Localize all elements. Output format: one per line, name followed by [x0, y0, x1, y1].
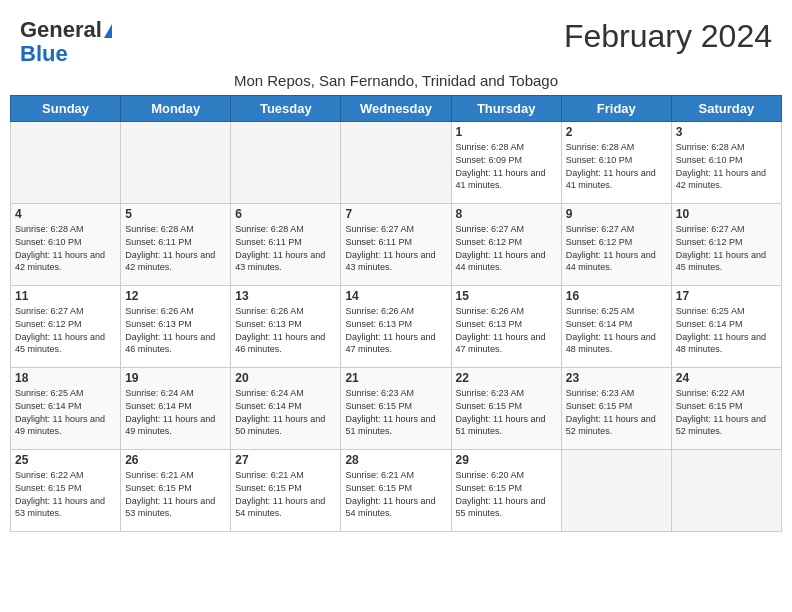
day-number: 20	[235, 371, 336, 385]
day-info: Sunrise: 6:20 AM Sunset: 6:15 PM Dayligh…	[456, 469, 557, 519]
day-number: 29	[456, 453, 557, 467]
day-info: Sunrise: 6:22 AM Sunset: 6:15 PM Dayligh…	[15, 469, 116, 519]
logo-icon	[104, 24, 112, 38]
day-cell: 3Sunrise: 6:28 AM Sunset: 6:10 PM Daylig…	[671, 122, 781, 204]
day-cell: 4Sunrise: 6:28 AM Sunset: 6:10 PM Daylig…	[11, 204, 121, 286]
week-row-4: 18Sunrise: 6:25 AM Sunset: 6:14 PM Dayli…	[11, 368, 782, 450]
day-info: Sunrise: 6:24 AM Sunset: 6:14 PM Dayligh…	[125, 387, 226, 437]
day-cell: 14Sunrise: 6:26 AM Sunset: 6:13 PM Dayli…	[341, 286, 451, 368]
day-info: Sunrise: 6:27 AM Sunset: 6:12 PM Dayligh…	[566, 223, 667, 273]
subtitle: Mon Repos, San Fernando, Trinidad and To…	[10, 70, 782, 95]
day-info: Sunrise: 6:28 AM Sunset: 6:11 PM Dayligh…	[235, 223, 336, 273]
day-cell: 25Sunrise: 6:22 AM Sunset: 6:15 PM Dayli…	[11, 450, 121, 532]
day-number: 10	[676, 207, 777, 221]
logo-general: General	[20, 17, 102, 42]
logo: General Blue	[20, 18, 112, 66]
day-cell: 13Sunrise: 6:26 AM Sunset: 6:13 PM Dayli…	[231, 286, 341, 368]
day-cell: 12Sunrise: 6:26 AM Sunset: 6:13 PM Dayli…	[121, 286, 231, 368]
day-cell: 19Sunrise: 6:24 AM Sunset: 6:14 PM Dayli…	[121, 368, 231, 450]
day-info: Sunrise: 6:25 AM Sunset: 6:14 PM Dayligh…	[566, 305, 667, 355]
day-number: 25	[15, 453, 116, 467]
day-number: 17	[676, 289, 777, 303]
logo-blue: Blue	[20, 41, 68, 66]
day-cell: 11Sunrise: 6:27 AM Sunset: 6:12 PM Dayli…	[11, 286, 121, 368]
day-number: 27	[235, 453, 336, 467]
day-info: Sunrise: 6:26 AM Sunset: 6:13 PM Dayligh…	[456, 305, 557, 355]
day-number: 16	[566, 289, 667, 303]
day-cell: 9Sunrise: 6:27 AM Sunset: 6:12 PM Daylig…	[561, 204, 671, 286]
day-cell: 29Sunrise: 6:20 AM Sunset: 6:15 PM Dayli…	[451, 450, 561, 532]
day-cell	[121, 122, 231, 204]
day-number: 9	[566, 207, 667, 221]
day-info: Sunrise: 6:25 AM Sunset: 6:14 PM Dayligh…	[15, 387, 116, 437]
week-row-1: 1Sunrise: 6:28 AM Sunset: 6:09 PM Daylig…	[11, 122, 782, 204]
day-cell	[671, 450, 781, 532]
day-cell: 16Sunrise: 6:25 AM Sunset: 6:14 PM Dayli…	[561, 286, 671, 368]
day-info: Sunrise: 6:27 AM Sunset: 6:12 PM Dayligh…	[676, 223, 777, 273]
day-info: Sunrise: 6:21 AM Sunset: 6:15 PM Dayligh…	[125, 469, 226, 519]
day-cell	[341, 122, 451, 204]
day-number: 26	[125, 453, 226, 467]
week-row-5: 25Sunrise: 6:22 AM Sunset: 6:15 PM Dayli…	[11, 450, 782, 532]
header-row: SundayMondayTuesdayWednesdayThursdayFrid…	[11, 96, 782, 122]
day-info: Sunrise: 6:26 AM Sunset: 6:13 PM Dayligh…	[345, 305, 446, 355]
day-cell: 18Sunrise: 6:25 AM Sunset: 6:14 PM Dayli…	[11, 368, 121, 450]
day-number: 28	[345, 453, 446, 467]
col-header-sunday: Sunday	[11, 96, 121, 122]
day-cell	[11, 122, 121, 204]
day-info: Sunrise: 6:23 AM Sunset: 6:15 PM Dayligh…	[456, 387, 557, 437]
day-info: Sunrise: 6:21 AM Sunset: 6:15 PM Dayligh…	[345, 469, 446, 519]
day-cell: 1Sunrise: 6:28 AM Sunset: 6:09 PM Daylig…	[451, 122, 561, 204]
day-cell: 21Sunrise: 6:23 AM Sunset: 6:15 PM Dayli…	[341, 368, 451, 450]
day-cell: 8Sunrise: 6:27 AM Sunset: 6:12 PM Daylig…	[451, 204, 561, 286]
day-cell: 27Sunrise: 6:21 AM Sunset: 6:15 PM Dayli…	[231, 450, 341, 532]
day-number: 24	[676, 371, 777, 385]
day-number: 8	[456, 207, 557, 221]
day-number: 6	[235, 207, 336, 221]
day-number: 13	[235, 289, 336, 303]
day-info: Sunrise: 6:27 AM Sunset: 6:12 PM Dayligh…	[15, 305, 116, 355]
header: General Blue February 2024	[10, 10, 782, 70]
day-cell: 17Sunrise: 6:25 AM Sunset: 6:14 PM Dayli…	[671, 286, 781, 368]
day-cell: 22Sunrise: 6:23 AM Sunset: 6:15 PM Dayli…	[451, 368, 561, 450]
col-header-thursday: Thursday	[451, 96, 561, 122]
day-number: 11	[15, 289, 116, 303]
day-number: 14	[345, 289, 446, 303]
week-row-3: 11Sunrise: 6:27 AM Sunset: 6:12 PM Dayli…	[11, 286, 782, 368]
day-info: Sunrise: 6:28 AM Sunset: 6:09 PM Dayligh…	[456, 141, 557, 191]
day-number: 2	[566, 125, 667, 139]
day-number: 21	[345, 371, 446, 385]
day-cell	[231, 122, 341, 204]
day-info: Sunrise: 6:27 AM Sunset: 6:11 PM Dayligh…	[345, 223, 446, 273]
day-info: Sunrise: 6:25 AM Sunset: 6:14 PM Dayligh…	[676, 305, 777, 355]
day-cell: 7Sunrise: 6:27 AM Sunset: 6:11 PM Daylig…	[341, 204, 451, 286]
day-number: 4	[15, 207, 116, 221]
day-number: 5	[125, 207, 226, 221]
day-number: 22	[456, 371, 557, 385]
day-cell: 20Sunrise: 6:24 AM Sunset: 6:14 PM Dayli…	[231, 368, 341, 450]
day-number: 3	[676, 125, 777, 139]
day-info: Sunrise: 6:26 AM Sunset: 6:13 PM Dayligh…	[125, 305, 226, 355]
col-header-saturday: Saturday	[671, 96, 781, 122]
day-info: Sunrise: 6:27 AM Sunset: 6:12 PM Dayligh…	[456, 223, 557, 273]
day-number: 18	[15, 371, 116, 385]
month-title: February 2024	[564, 18, 772, 55]
day-cell: 6Sunrise: 6:28 AM Sunset: 6:11 PM Daylig…	[231, 204, 341, 286]
day-info: Sunrise: 6:28 AM Sunset: 6:10 PM Dayligh…	[15, 223, 116, 273]
day-number: 19	[125, 371, 226, 385]
day-info: Sunrise: 6:28 AM Sunset: 6:11 PM Dayligh…	[125, 223, 226, 273]
day-info: Sunrise: 6:26 AM Sunset: 6:13 PM Dayligh…	[235, 305, 336, 355]
day-number: 1	[456, 125, 557, 139]
day-cell: 10Sunrise: 6:27 AM Sunset: 6:12 PM Dayli…	[671, 204, 781, 286]
day-cell: 26Sunrise: 6:21 AM Sunset: 6:15 PM Dayli…	[121, 450, 231, 532]
day-cell: 24Sunrise: 6:22 AM Sunset: 6:15 PM Dayli…	[671, 368, 781, 450]
day-cell: 2Sunrise: 6:28 AM Sunset: 6:10 PM Daylig…	[561, 122, 671, 204]
day-number: 15	[456, 289, 557, 303]
calendar: SundayMondayTuesdayWednesdayThursdayFrid…	[10, 95, 782, 532]
day-cell: 28Sunrise: 6:21 AM Sunset: 6:15 PM Dayli…	[341, 450, 451, 532]
day-number: 12	[125, 289, 226, 303]
day-info: Sunrise: 6:21 AM Sunset: 6:15 PM Dayligh…	[235, 469, 336, 519]
day-info: Sunrise: 6:28 AM Sunset: 6:10 PM Dayligh…	[566, 141, 667, 191]
day-info: Sunrise: 6:24 AM Sunset: 6:14 PM Dayligh…	[235, 387, 336, 437]
day-number: 23	[566, 371, 667, 385]
